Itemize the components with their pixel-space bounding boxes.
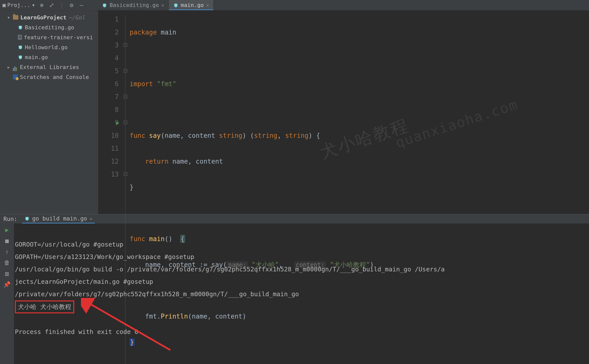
stop-button[interactable]: ■ [2, 236, 11, 245]
line-number: 2 [98, 26, 119, 39]
collapse-icon[interactable]: — [78, 2, 85, 8]
folder-icon [13, 15, 18, 20]
gear-icon[interactable]: ⚙ [68, 2, 75, 8]
console-line: GOROOT=/usr/local/go #gosetup [15, 241, 123, 248]
chevron-down-icon: ▾ [7, 14, 11, 21]
pin-button[interactable]: 📌 [2, 280, 11, 289]
go-file-icon [18, 25, 23, 30]
line-number: 12 [98, 155, 119, 168]
fold-toggle[interactable]: – [124, 69, 127, 73]
tree-external-libraries[interactable]: ▸ External Libraries [0, 62, 98, 72]
line-number: 4 [98, 52, 119, 65]
project-dropdown[interactable]: ▣ Proj... ▾ [2, 2, 35, 8]
text-file-icon [18, 35, 22, 40]
window-icon: ▣ [2, 2, 6, 8]
divider: | [58, 2, 65, 8]
line-number: 6 [98, 77, 119, 90]
console-line: /private/var/folders/g7/sg02phc552qffxx1… [15, 291, 299, 298]
layout-button[interactable]: ▥ [2, 269, 11, 278]
target-icon[interactable]: ⊕ [38, 2, 45, 8]
svg-line-8 [88, 303, 170, 350]
file-name: feature-trainer-versi [24, 34, 93, 40]
chevron-right-icon: ▸ [7, 64, 11, 70]
line-number: 10 [98, 129, 119, 142]
fold-toggle[interactable]: – [124, 121, 127, 124]
line-number: 7 [98, 90, 119, 103]
run-config-tab[interactable]: go build main.go ✕ [22, 214, 95, 223]
trash-button[interactable]: 🗑 [2, 258, 11, 267]
tree-file[interactable]: main.go [0, 52, 98, 62]
close-icon[interactable]: ✕ [206, 2, 209, 8]
line-number: 13 [98, 168, 119, 181]
line-number: 3 [98, 39, 119, 52]
chevron-down-icon: ▾ [32, 2, 35, 8]
console-exit-line: Process finished with exit code 0 [15, 328, 138, 335]
go-file-icon [173, 3, 178, 8]
go-file-icon [18, 55, 23, 60]
toolbar: ▣ Proj... ▾ ⊕ ⤢ | ⚙ — Basicediting.go ✕ … [0, 0, 589, 10]
console-line: /usr/local/go/bin/go build -o /private/v… [15, 266, 445, 273]
tree-root-path: ~/Gol [68, 14, 85, 21]
file-name: Basicediting.go [25, 24, 74, 31]
program-output-highlight: 犬小哈 犬小哈教程 [15, 300, 74, 313]
run-panel: Run: go build main.go ✕ ▶ ■ ⇪ 🗑 ▥ 📌 GORO… [0, 214, 589, 364]
rerun-button[interactable]: ▶ [2, 225, 11, 234]
up-button[interactable]: ⇪ [2, 247, 11, 256]
file-name: main.go [25, 54, 48, 60]
console-output[interactable]: GOROOT=/usr/local/go #gosetup GOPATH=/Us… [14, 223, 589, 364]
editor: 1 2 3 4 5 6 7 8 9▶ 10 11 12 13 – [98, 10, 589, 214]
run-gutter-icon[interactable]: ▶ [116, 116, 119, 129]
console-line: jects/LearnGoProject/main.go #gosetup [15, 278, 153, 285]
library-icon [13, 65, 18, 69]
tree-file[interactable]: Helloworld.go [0, 42, 98, 52]
line-number: 9▶ [98, 116, 119, 129]
tab-basicediting[interactable]: Basicediting.go ✕ [98, 0, 169, 10]
project-label: Proj... [7, 2, 30, 8]
go-file-icon [25, 216, 30, 221]
tab-label: main.go [181, 2, 204, 8]
fold-toggle[interactable]: – [124, 172, 127, 176]
editor-tabs: Basicediting.go ✕ main.go ✕ [98, 0, 214, 10]
scratches-icon [13, 74, 18, 79]
go-file-icon [18, 45, 23, 50]
console-toolbar: ▶ ■ ⇪ 🗑 ▥ 📌 [0, 223, 14, 364]
fold-toggle[interactable]: – [124, 43, 127, 47]
line-number: 5 [98, 65, 119, 77]
project-tree: ▾ LearnGoProject ~/Gol Basicediting.go f… [0, 10, 98, 214]
tree-scratches[interactable]: Scratches and Console [0, 72, 98, 82]
fold-toggle[interactable]: – [124, 95, 127, 98]
expand-icon[interactable]: ⤢ [48, 2, 55, 8]
tree-file[interactable]: Basicediting.go [0, 22, 98, 32]
run-config-label: go build main.go [32, 215, 87, 222]
tab-label: Basicediting.go [110, 2, 159, 8]
external-libraries-label: External Libraries [20, 64, 79, 70]
line-number: 11 [98, 142, 119, 155]
line-number: 8 [98, 103, 119, 116]
go-file-icon [102, 3, 107, 8]
annotation-arrow [81, 298, 175, 353]
tree-root-name: LearnGoProject [20, 14, 66, 21]
run-label: Run: [3, 216, 17, 222]
tree-file[interactable]: feature-trainer-versi [0, 32, 98, 42]
tab-main[interactable]: main.go ✕ [169, 0, 214, 10]
close-icon[interactable]: ✕ [90, 216, 92, 221]
file-name: Helloworld.go [25, 44, 68, 50]
tree-root[interactable]: ▾ LearnGoProject ~/Gol [0, 12, 98, 22]
console-line: GOPATH=/Users/a123123/Work/go_workspace … [15, 253, 194, 260]
close-icon[interactable]: ✕ [161, 2, 164, 8]
scratches-label: Scratches and Console [20, 74, 89, 80]
line-number: 1 [98, 13, 119, 26]
